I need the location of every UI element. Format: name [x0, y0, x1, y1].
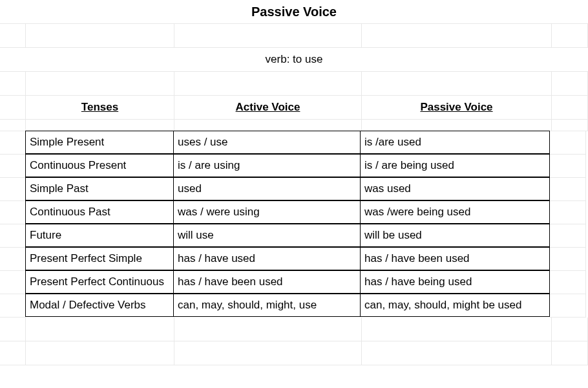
- active-cell: has / have used: [173, 247, 361, 270]
- data-table-body: Simple Presentuses / useis /are usedCont…: [0, 131, 588, 318]
- passive-cell: will be used: [360, 224, 550, 247]
- passive-cell: is /are used: [360, 131, 550, 154]
- tense-cell: Present Perfect Continuous: [25, 270, 174, 294]
- table-row: Modal / Defective Verbscan, may, should,…: [0, 294, 588, 318]
- table-row: Present Perfect Continuoushas / have bee…: [0, 271, 588, 294]
- active-cell: will use: [173, 224, 361, 247]
- column-headers-row: Tenses Active Voice Passive Voice: [0, 96, 588, 120]
- passive-cell: was /were being used: [360, 200, 550, 224]
- header-passive: Passive Voice: [362, 96, 552, 119]
- table-row: Continuous Presentis / are usingis / are…: [0, 155, 588, 178]
- passive-cell: has / have been used: [360, 247, 550, 270]
- passive-cell: was used: [360, 177, 550, 200]
- tense-cell: Simple Present: [25, 131, 174, 154]
- active-cell: is / are using: [173, 154, 361, 177]
- passive-cell: can, may, should, might be used: [360, 294, 550, 317]
- active-cell: used: [173, 177, 361, 200]
- tense-cell: Future: [25, 224, 174, 247]
- header-active: Active Voice: [174, 96, 362, 119]
- table-row: Simple Pastusedwas used: [0, 178, 588, 201]
- verb-label: verb: to use: [4, 53, 584, 66]
- spacer-row: [0, 24, 588, 48]
- table-row: Present Perfect Simplehas / have usedhas…: [0, 248, 588, 271]
- active-cell: was / were using: [173, 200, 361, 224]
- page-title: Passive Voice: [4, 5, 584, 19]
- document-container: Passive Voice verb: to use Tenses Active…: [0, 0, 588, 388]
- active-cell: can, may, should, might, use: [173, 294, 361, 317]
- spacer-row: [0, 318, 588, 341]
- tense-cell: Continuous Past: [25, 200, 174, 224]
- title-row: Passive Voice: [0, 0, 588, 24]
- tense-cell: Present Perfect Simple: [25, 247, 174, 270]
- subtitle-row: verb: to use: [0, 48, 588, 72]
- header-tenses: Tenses: [26, 96, 174, 119]
- active-cell: uses / use: [173, 131, 361, 154]
- passive-cell: is / are being used: [360, 154, 550, 177]
- table-row: Simple Presentuses / useis /are used: [0, 131, 588, 155]
- table-row: Futurewill usewill be used: [0, 224, 588, 248]
- tense-cell: Simple Past: [25, 177, 174, 200]
- passive-cell: has / have being used: [360, 270, 550, 294]
- spacer-row: [0, 341, 588, 365]
- spacer-row: [0, 120, 588, 131]
- tense-cell: Continuous Present: [25, 154, 174, 177]
- table-row: Continuous Pastwas / were usingwas /were…: [0, 201, 588, 224]
- spacer-row: [0, 72, 588, 96]
- active-cell: has / have been used: [173, 270, 361, 294]
- tense-cell: Modal / Defective Verbs: [25, 294, 174, 317]
